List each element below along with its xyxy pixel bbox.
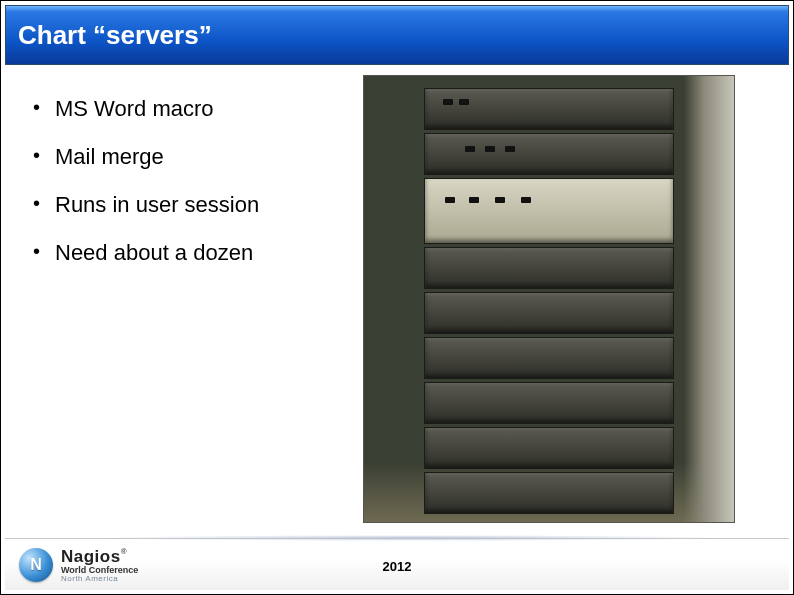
footer: Nagios® World Conference North America 2… xyxy=(5,538,789,590)
registered-mark: ® xyxy=(121,547,127,556)
bullet-item: Runs in user session xyxy=(31,192,361,218)
title-bar: Chart “servers” xyxy=(5,5,789,65)
bullet-item: MS Word macro xyxy=(31,96,361,122)
bullet-list: MS Word macro Mail merge Runs in user se… xyxy=(31,96,361,266)
slide-title: Chart “servers” xyxy=(18,20,212,51)
servers-photo xyxy=(363,75,735,523)
brand-subline-2: North America xyxy=(61,574,138,583)
bullet-item: Need about a dozen xyxy=(31,240,361,266)
brand-name: Nagios xyxy=(61,547,121,566)
logo-text: Nagios® World Conference North America xyxy=(61,547,138,583)
footer-logo: Nagios® World Conference North America xyxy=(5,547,138,583)
footer-year: 2012 xyxy=(383,559,412,574)
globe-icon xyxy=(19,548,53,582)
body-content: MS Word macro Mail merge Runs in user se… xyxy=(31,96,361,288)
bullet-item: Mail merge xyxy=(31,144,361,170)
slide: Chart “servers” MS Word macro Mail merge… xyxy=(0,0,794,595)
